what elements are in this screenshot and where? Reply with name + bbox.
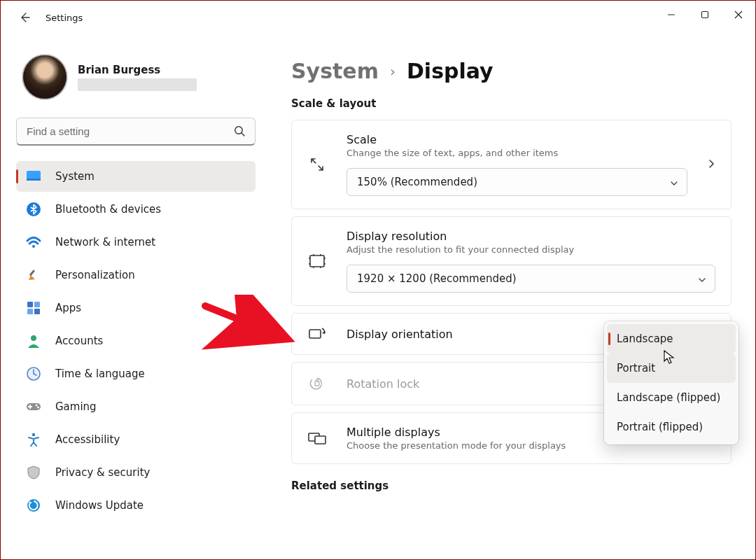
svg-rect-7: [27, 302, 33, 307]
sidebar-item-bluetooth[interactable]: Bluetooth & devices: [16, 194, 255, 225]
search-icon: [233, 125, 246, 140]
bluetooth-icon: [26, 202, 41, 217]
titlebar: Settings: [1, 1, 755, 34]
avatar: [22, 54, 68, 100]
shield-icon: [26, 465, 41, 480]
window-title: Settings: [46, 13, 83, 23]
chevron-right-icon: ›: [390, 63, 396, 80]
orientation-icon: [307, 326, 327, 342]
sidebar-item-label: System: [55, 170, 94, 183]
svg-point-14: [36, 405, 38, 407]
search-input[interactable]: [16, 118, 255, 146]
sidebar-item-accounts[interactable]: Accounts: [16, 326, 255, 356]
resolution-combo[interactable]: 1920 × 1200 (Recommended): [346, 265, 715, 293]
svg-point-15: [37, 407, 39, 409]
sidebar-item-gaming[interactable]: Gaming: [16, 391, 255, 422]
sidebar: Brian Burgess System Bluetooth & devices…: [1, 34, 267, 560]
sidebar-item-label: Accounts: [55, 335, 103, 347]
resolution-icon: [307, 253, 327, 269]
dropdown-item-label: Portrait: [617, 362, 655, 374]
wifi-icon: [26, 234, 41, 250]
user-email-placeholder: [78, 78, 197, 91]
sidebar-item-network[interactable]: Network & internet: [16, 227, 255, 258]
svg-rect-22: [315, 436, 326, 444]
maximize-button[interactable]: [688, 1, 722, 29]
combo-value: 1920 × 1200 (Recommended): [357, 272, 517, 285]
svg-rect-20: [315, 382, 319, 386]
svg-point-11: [31, 335, 36, 341]
sidebar-item-accessibility[interactable]: Accessibility: [16, 424, 255, 455]
sidebar-item-label: Bluetooth & devices: [55, 203, 161, 216]
sidebar-item-system[interactable]: System: [16, 161, 255, 192]
sidebar-item-label: Privacy & security: [55, 466, 150, 479]
dropdown-item-label: Portrait (flipped): [617, 421, 703, 433]
breadcrumb-root[interactable]: System: [291, 59, 379, 83]
sidebar-item-time-language[interactable]: Time & language: [16, 358, 255, 389]
sidebar-item-label: Personalization: [55, 269, 135, 281]
clock-globe-icon: [26, 366, 41, 382]
sidebar-item-label: Apps: [55, 302, 81, 314]
breadcrumb: System › Display: [291, 59, 732, 83]
nav: System Bluetooth & devices Network & int…: [16, 161, 255, 521]
chevron-down-icon: [670, 178, 678, 190]
sidebar-item-personalization[interactable]: Personalization: [16, 260, 255, 290]
user-name: Brian Burgess: [78, 64, 197, 76]
scale-icon: [307, 156, 327, 173]
sidebar-item-label: Accessibility: [55, 433, 120, 446]
card-title: Display resolution: [346, 230, 715, 243]
card-resolution[interactable]: Display resolution Adjust the resolution…: [291, 216, 732, 306]
minimize-button[interactable]: [654, 1, 688, 29]
update-icon: [26, 498, 41, 513]
card-title: Scale: [346, 133, 687, 146]
combo-value: 150% (Recommended): [357, 176, 477, 188]
svg-rect-3: [27, 178, 41, 181]
sidebar-item-windows-update[interactable]: Windows Update: [16, 490, 255, 521]
paintbrush-icon: [26, 267, 41, 283]
person-icon: [26, 333, 41, 349]
svg-rect-18: [310, 255, 324, 267]
orientation-dropdown[interactable]: Landscape Portrait Landscape (flipped) P…: [604, 321, 738, 444]
gamepad-icon: [26, 399, 41, 414]
apps-icon: [26, 300, 41, 316]
user-card[interactable]: Brian Burgess: [16, 46, 255, 100]
chevron-right-icon: [707, 158, 715, 172]
dropdown-item-portrait[interactable]: Portrait: [607, 354, 736, 383]
svg-rect-10: [34, 309, 40, 314]
sidebar-item-apps[interactable]: Apps: [16, 293, 255, 323]
window-controls: [654, 1, 755, 29]
svg-rect-0: [702, 12, 708, 18]
section-related: Related settings: [291, 479, 732, 492]
accessibility-icon: [26, 432, 41, 447]
dropdown-item-label: Landscape: [617, 332, 673, 345]
section-scale-layout: Scale & layout: [291, 97, 732, 110]
chevron-down-icon: [698, 274, 706, 287]
back-button[interactable]: [18, 10, 31, 24]
dropdown-item-landscape-flipped[interactable]: Landscape (flipped): [604, 383, 738, 412]
sidebar-item-label: Gaming: [55, 400, 97, 413]
dropdown-item-label: Landscape (flipped): [617, 391, 720, 404]
svg-point-16: [32, 433, 35, 436]
card-sub: Adjust the resolution to fit your connec…: [346, 244, 715, 255]
card-sub: Change the size of text, apps, and other…: [346, 148, 687, 158]
sidebar-item-label: Network & internet: [55, 236, 155, 248]
close-button[interactable]: [722, 1, 755, 29]
svg-rect-19: [309, 330, 321, 338]
breadcrumb-current: Display: [407, 59, 493, 83]
sidebar-item-privacy[interactable]: Privacy & security: [16, 457, 255, 488]
system-icon: [26, 169, 41, 184]
svg-rect-8: [34, 302, 40, 307]
rotation-lock-icon: [307, 375, 327, 392]
svg-rect-6: [29, 270, 36, 276]
dropdown-item-portrait-flipped[interactable]: Portrait (flipped): [604, 412, 738, 442]
sidebar-item-label: Windows Update: [55, 499, 144, 512]
sidebar-item-label: Time & language: [55, 368, 145, 380]
scale-combo[interactable]: 150% (Recommended): [346, 168, 687, 196]
dropdown-item-landscape[interactable]: Landscape: [607, 324, 736, 354]
svg-rect-9: [27, 309, 33, 314]
card-scale[interactable]: Scale Change the size of text, apps, and…: [291, 120, 732, 209]
search-wrap: [16, 118, 255, 146]
main: System › Display Scale & layout Scale Ch…: [267, 34, 755, 560]
multiple-displays-icon: [307, 430, 327, 446]
svg-point-5: [32, 245, 35, 248]
